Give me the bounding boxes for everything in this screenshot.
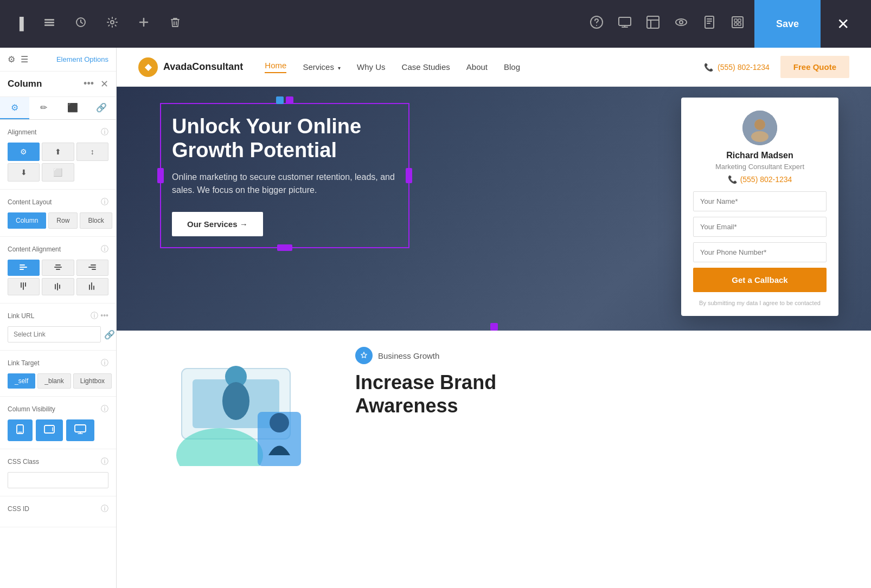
badge-text: Business Growth (378, 351, 439, 360)
form-email-input[interactable] (693, 217, 827, 237)
link-tab-icon: 🔗 (87, 102, 117, 113)
settings-icon[interactable] (102, 12, 123, 36)
hero-cta-button[interactable]: Our Services → (172, 212, 263, 236)
layout-icon[interactable] (642, 11, 664, 37)
css-id-section: CSS ID ⓘ (0, 496, 116, 527)
align-btn-stretch[interactable]: ⬜ (42, 163, 74, 182)
ca-center[interactable] (42, 260, 74, 276)
column-visibility-label-text: Column Visibility (8, 405, 55, 413)
link-url-section: Link URL ⓘ ••• 🔗 (0, 303, 116, 351)
close-button[interactable]: ✕ (826, 15, 860, 33)
panel-close-icon[interactable]: ✕ (100, 78, 108, 90)
layers-icon[interactable] (39, 12, 60, 36)
contact-avatar-row: Richard Madsen Marketing Consultant Expe… (693, 111, 827, 184)
svg-rect-8 (647, 16, 659, 28)
link-url-input[interactable] (8, 326, 101, 343)
trash-icon[interactable] (165, 12, 185, 36)
desktop-preview-icon[interactable] (613, 11, 636, 37)
column-handle-left[interactable] (157, 168, 164, 183)
vis-mobile-btn[interactable] (8, 419, 33, 441)
svg-rect-28 (25, 282, 26, 287)
ca-bottom[interactable] (76, 278, 108, 295)
illustration-area (149, 347, 323, 466)
svg-rect-33 (91, 282, 92, 290)
column-visibility-label: Column Visibility ⓘ (8, 404, 108, 414)
save-button[interactable]: Save (754, 0, 821, 48)
svg-rect-24 (88, 267, 96, 268)
column-handle-bottom[interactable] (277, 244, 292, 251)
layout-block-btn[interactable]: Block (80, 212, 112, 229)
nav-why-us[interactable]: Why Us (357, 62, 386, 72)
target-self-btn[interactable]: _self (8, 373, 35, 389)
nav-blog[interactable]: Blog (504, 62, 520, 72)
visibility-buttons (8, 419, 108, 441)
align-btn-default[interactable]: ⚙ (8, 143, 40, 161)
logo-text: AvadaConsultant (163, 61, 243, 73)
hero-section: Unlock Your Online Growth Potential Onli… (117, 87, 871, 331)
top-toolbar: ▐ S (0, 0, 871, 48)
callback-button[interactable]: Get a Callback (693, 268, 827, 292)
panel-header-icons: ⚙ ☰ (8, 54, 28, 64)
svg-rect-30 (57, 283, 58, 290)
eye-icon[interactable] (670, 11, 693, 37)
nav-about[interactable]: About (466, 62, 488, 72)
link-target-section: Link Target ⓘ _self _blank Lightbox (0, 351, 116, 397)
link-url-icons: ⓘ ••• (91, 311, 108, 321)
ca-top[interactable] (8, 278, 40, 295)
nav-cta-button[interactable]: Free Quote (780, 56, 849, 78)
svg-rect-21 (54, 267, 62, 268)
form-phone-input[interactable] (693, 242, 827, 262)
history-icon[interactable] (71, 12, 91, 36)
tab-design[interactable]: ✏ (29, 97, 59, 119)
nav-case-studies[interactable]: Case Studies (402, 62, 450, 72)
general-tab-icon: ⚙ (0, 102, 29, 113)
align-btn-middle[interactable]: ↕ (76, 143, 108, 161)
contact-card: Richard Madsen Marketing Consultant Expe… (681, 98, 838, 316)
selected-column[interactable]: Unlock Your Online Growth Potential Onli… (160, 103, 409, 248)
tab-extra[interactable]: ⬛ (58, 97, 87, 119)
tab-general[interactable]: ⚙ (0, 97, 29, 119)
ca-right[interactable] (76, 260, 108, 276)
target-buttons: _self _blank Lightbox (8, 373, 108, 389)
panel-title-actions: ••• ✕ (84, 78, 108, 90)
layout-row-btn[interactable]: Row (48, 212, 78, 229)
column-handle-right[interactable] (406, 168, 412, 183)
nav-home[interactable]: Home (265, 61, 286, 73)
logo-icon: ◆ (138, 57, 158, 77)
panel-more-icon[interactable]: ••• (84, 78, 94, 90)
help-icon[interactable] (585, 11, 608, 37)
sidebar-toggle-icon[interactable]: ▐ (11, 12, 28, 35)
content-alignment-label: Content Alignment ⓘ (8, 244, 108, 254)
vis-tablet-btn[interactable] (36, 419, 63, 441)
column-handle-purple[interactable] (286, 96, 293, 104)
contact-form: Get a Callback By submitting my data I a… (693, 191, 827, 306)
vis-desktop-btn[interactable] (66, 419, 94, 441)
link-target-info-icon: ⓘ (101, 358, 108, 368)
target-lightbox-btn[interactable]: Lightbox (73, 373, 112, 389)
nav-services[interactable]: Services ▾ (303, 62, 341, 72)
panel-settings-icon[interactable]: ⚙ (8, 54, 15, 64)
ca-middle[interactable] (42, 278, 74, 295)
tab-link[interactable]: 🔗 (87, 97, 117, 119)
css-class-input[interactable] (8, 472, 108, 488)
target-blank-btn[interactable]: _blank (37, 373, 71, 389)
content-alignment-info-icon: ⓘ (101, 244, 108, 254)
column-handle-blue[interactable] (276, 96, 284, 104)
form-name-input[interactable] (693, 191, 827, 211)
template-icon[interactable] (726, 11, 749, 37)
hero-subtitle: Online marketing to secure customer rete… (172, 171, 398, 197)
align-btn-top[interactable]: ⬆ (42, 143, 74, 161)
section-handle-bottom[interactable] (490, 323, 498, 331)
svg-point-10 (680, 21, 683, 24)
layout-column-btn[interactable]: Column (8, 212, 46, 229)
svg-point-9 (676, 19, 687, 25)
ca-left[interactable] (8, 260, 40, 276)
brand-title: Increase Brand Awareness (355, 371, 838, 417)
link-chain-icon[interactable]: 🔗 (104, 329, 115, 340)
panel-list-icon[interactable]: ☰ (21, 54, 28, 64)
page-icon[interactable] (698, 11, 721, 37)
add-element-icon[interactable] (133, 12, 154, 36)
align-btn-bottom[interactable]: ⬇ (8, 163, 40, 182)
svg-rect-29 (55, 284, 56, 289)
svg-rect-0 (44, 19, 54, 21)
